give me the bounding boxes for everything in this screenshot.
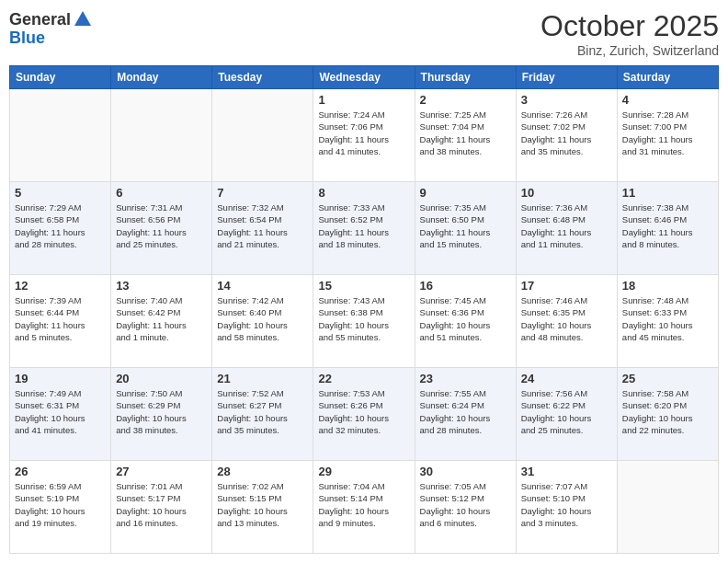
day-number: 26 [15, 465, 106, 478]
table-cell: 29Sunrise: 7:04 AM Sunset: 5:14 PM Dayli… [313, 461, 415, 554]
day-number: 22 [318, 372, 409, 385]
day-number: 7 [217, 186, 308, 200]
day-number: 11 [622, 186, 713, 200]
day-info: Sunrise: 7:42 AM Sunset: 6:40 PM Dayligh… [217, 294, 308, 343]
day-info: Sunrise: 7:32 AM Sunset: 6:54 PM Dayligh… [217, 201, 308, 250]
calendar-week-row: 19Sunrise: 7:49 AM Sunset: 6:31 PM Dayli… [10, 368, 719, 461]
calendar-table: Sunday Monday Tuesday Wednesday Thursday… [9, 65, 719, 554]
table-cell: 17Sunrise: 7:46 AM Sunset: 6:35 PM Dayli… [516, 275, 617, 368]
calendar-week-row: 5Sunrise: 7:29 AM Sunset: 6:58 PM Daylig… [10, 182, 719, 275]
day-number: 9 [420, 186, 511, 200]
table-cell: 30Sunrise: 7:05 AM Sunset: 5:12 PM Dayli… [415, 461, 516, 554]
day-info: Sunrise: 7:48 AM Sunset: 6:33 PM Dayligh… [622, 294, 713, 343]
col-sunday: Sunday [10, 66, 111, 89]
day-info: Sunrise: 6:59 AM Sunset: 5:19 PM Dayligh… [15, 480, 106, 529]
day-number: 31 [521, 465, 612, 478]
table-cell: 20Sunrise: 7:50 AM Sunset: 6:29 PM Dayli… [111, 368, 212, 461]
day-info: Sunrise: 7:55 AM Sunset: 6:24 PM Dayligh… [420, 387, 511, 436]
day-number: 1 [318, 93, 409, 107]
day-info: Sunrise: 7:28 AM Sunset: 7:00 PM Dayligh… [622, 109, 713, 157]
day-info: Sunrise: 7:29 AM Sunset: 6:58 PM Dayligh… [15, 201, 106, 250]
day-info: Sunrise: 7:05 AM Sunset: 5:12 PM Dayligh… [420, 480, 511, 529]
logo-icon [73, 9, 93, 29]
day-info: Sunrise: 7:40 AM Sunset: 6:42 PM Dayligh… [116, 294, 207, 343]
table-cell: 6Sunrise: 7:31 AM Sunset: 6:56 PM Daylig… [111, 182, 212, 275]
day-number: 30 [420, 465, 511, 478]
day-number: 12 [15, 279, 106, 293]
day-number: 8 [318, 186, 409, 200]
day-info: Sunrise: 7:04 AM Sunset: 5:14 PM Dayligh… [318, 480, 409, 529]
day-number: 3 [521, 93, 612, 107]
day-info: Sunrise: 7:45 AM Sunset: 6:36 PM Dayligh… [420, 294, 511, 343]
col-friday: Friday [516, 66, 617, 89]
table-cell: 3Sunrise: 7:26 AM Sunset: 7:02 PM Daylig… [516, 89, 617, 182]
day-info: Sunrise: 7:46 AM Sunset: 6:35 PM Dayligh… [521, 294, 612, 343]
page: General Blue October 2025 Binz, Zurich, … [0, 0, 728, 563]
table-cell: 22Sunrise: 7:53 AM Sunset: 6:26 PM Dayli… [313, 368, 415, 461]
table-cell: 8Sunrise: 7:33 AM Sunset: 6:52 PM Daylig… [313, 182, 415, 275]
table-cell: 1Sunrise: 7:24 AM Sunset: 7:06 PM Daylig… [313, 89, 415, 182]
day-number: 15 [318, 279, 409, 293]
logo: General Blue [9, 9, 93, 47]
table-cell [10, 89, 111, 182]
table-cell: 23Sunrise: 7:55 AM Sunset: 6:24 PM Dayli… [415, 368, 516, 461]
day-number: 19 [15, 372, 106, 385]
day-number: 6 [116, 186, 207, 200]
day-info: Sunrise: 7:07 AM Sunset: 5:10 PM Dayligh… [521, 480, 612, 529]
table-cell: 7Sunrise: 7:32 AM Sunset: 6:54 PM Daylig… [212, 182, 313, 275]
table-cell: 10Sunrise: 7:36 AM Sunset: 6:48 PM Dayli… [516, 182, 617, 275]
day-number: 5 [15, 186, 106, 200]
header: General Blue October 2025 Binz, Zurich, … [9, 9, 719, 58]
day-number: 14 [217, 279, 308, 293]
day-info: Sunrise: 7:24 AM Sunset: 7:06 PM Dayligh… [318, 109, 409, 157]
day-info: Sunrise: 7:36 AM Sunset: 6:48 PM Dayligh… [521, 201, 612, 250]
day-info: Sunrise: 7:49 AM Sunset: 6:31 PM Dayligh… [15, 387, 106, 436]
col-monday: Monday [111, 66, 212, 89]
day-number: 20 [116, 372, 207, 385]
table-cell: 21Sunrise: 7:52 AM Sunset: 6:27 PM Dayli… [212, 368, 313, 461]
day-info: Sunrise: 7:58 AM Sunset: 6:20 PM Dayligh… [622, 387, 713, 436]
day-info: Sunrise: 7:35 AM Sunset: 6:50 PM Dayligh… [420, 201, 511, 250]
table-cell: 19Sunrise: 7:49 AM Sunset: 6:31 PM Dayli… [10, 368, 111, 461]
col-wednesday: Wednesday [313, 66, 415, 89]
table-cell: 27Sunrise: 7:01 AM Sunset: 5:17 PM Dayli… [111, 461, 212, 554]
title-section: October 2025 Binz, Zurich, Switzerland [540, 9, 719, 58]
table-cell [617, 461, 718, 554]
day-info: Sunrise: 7:01 AM Sunset: 5:17 PM Dayligh… [116, 480, 207, 529]
calendar-week-row: 26Sunrise: 6:59 AM Sunset: 5:19 PM Dayli… [10, 461, 719, 554]
table-cell: 4Sunrise: 7:28 AM Sunset: 7:00 PM Daylig… [617, 89, 718, 182]
day-info: Sunrise: 7:53 AM Sunset: 6:26 PM Dayligh… [318, 387, 409, 436]
calendar-week-row: 1Sunrise: 7:24 AM Sunset: 7:06 PM Daylig… [10, 89, 719, 182]
day-number: 4 [622, 93, 713, 107]
table-cell: 18Sunrise: 7:48 AM Sunset: 6:33 PM Dayli… [617, 275, 718, 368]
day-info: Sunrise: 7:38 AM Sunset: 6:46 PM Dayligh… [622, 201, 713, 250]
location: Binz, Zurich, Switzerland [540, 43, 719, 58]
col-thursday: Thursday [415, 66, 516, 89]
table-cell: 12Sunrise: 7:39 AM Sunset: 6:44 PM Dayli… [10, 275, 111, 368]
table-cell: 14Sunrise: 7:42 AM Sunset: 6:40 PM Dayli… [212, 275, 313, 368]
day-info: Sunrise: 7:33 AM Sunset: 6:52 PM Dayligh… [318, 201, 409, 250]
month-title: October 2025 [540, 9, 719, 43]
day-number: 13 [116, 279, 207, 293]
table-cell: 15Sunrise: 7:43 AM Sunset: 6:38 PM Dayli… [313, 275, 415, 368]
day-number: 17 [521, 279, 612, 293]
logo-blue: Blue [9, 29, 45, 47]
table-cell: 31Sunrise: 7:07 AM Sunset: 5:10 PM Dayli… [516, 461, 617, 554]
day-number: 2 [420, 93, 511, 107]
day-number: 28 [217, 465, 308, 478]
logo-general: General [9, 11, 71, 28]
table-cell: 25Sunrise: 7:58 AM Sunset: 6:20 PM Dayli… [617, 368, 718, 461]
col-saturday: Saturday [617, 66, 718, 89]
day-info: Sunrise: 7:56 AM Sunset: 6:22 PM Dayligh… [521, 387, 612, 436]
day-number: 24 [521, 372, 612, 385]
day-number: 23 [420, 372, 511, 385]
day-number: 16 [420, 279, 511, 293]
day-info: Sunrise: 7:31 AM Sunset: 6:56 PM Dayligh… [116, 201, 207, 250]
svg-marker-0 [74, 11, 91, 26]
table-cell: 11Sunrise: 7:38 AM Sunset: 6:46 PM Dayli… [617, 182, 718, 275]
col-tuesday: Tuesday [212, 66, 313, 89]
table-cell: 24Sunrise: 7:56 AM Sunset: 6:22 PM Dayli… [516, 368, 617, 461]
table-cell: 16Sunrise: 7:45 AM Sunset: 6:36 PM Dayli… [415, 275, 516, 368]
table-cell: 5Sunrise: 7:29 AM Sunset: 6:58 PM Daylig… [10, 182, 111, 275]
day-number: 27 [116, 465, 207, 478]
